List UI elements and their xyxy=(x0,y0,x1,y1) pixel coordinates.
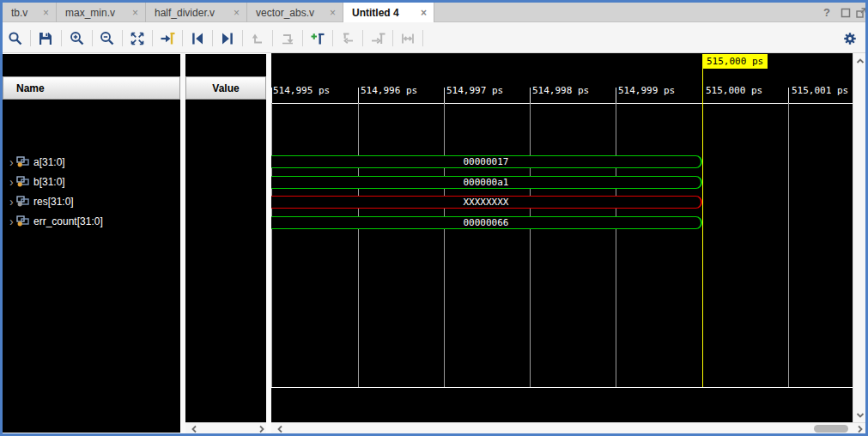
panel-splitter[interactable] xyxy=(180,53,185,433)
scroll-right-icon[interactable] xyxy=(854,423,865,434)
toolbar-separator xyxy=(152,30,153,46)
expand-chevron-icon[interactable]: › xyxy=(3,176,15,188)
close-icon[interactable]: × xyxy=(323,7,343,19)
zoom-out-button[interactable] xyxy=(97,28,118,49)
time-tick-label: 514,998 ps xyxy=(532,85,589,96)
time-cursor-line[interactable] xyxy=(702,69,703,387)
bus-value: 00000066 xyxy=(464,217,509,228)
next-marker-button xyxy=(367,28,388,49)
bus-signal-icon xyxy=(16,176,29,187)
tab-max-min-v[interactable]: max_min.v × xyxy=(57,3,146,22)
time-tick xyxy=(358,88,359,103)
help-icon[interactable]: ? xyxy=(823,6,830,19)
settings-gear-button[interactable] xyxy=(840,28,860,49)
waveform-canvas[interactable]: 514,995 ps 514,996 ps 514,997 ps 514,998… xyxy=(271,53,853,422)
scroll-left-icon[interactable] xyxy=(274,423,285,434)
wave-bus-a: 00000017 xyxy=(271,155,702,168)
close-icon[interactable]: × xyxy=(36,7,56,19)
time-gridline xyxy=(271,103,272,387)
signal-row-res[interactable]: › res[31:0] xyxy=(3,191,180,211)
scroll-up-icon[interactable] xyxy=(854,55,865,66)
bus-value: XXXXXXXX xyxy=(464,197,509,208)
previous-transition-button[interactable] xyxy=(187,28,208,49)
toolbar-separator xyxy=(182,30,183,46)
find-button[interactable] xyxy=(5,28,26,49)
add-marker-button[interactable] xyxy=(307,28,328,49)
time-gridline xyxy=(530,103,531,387)
signal-row-b[interactable]: › b[31:0] xyxy=(3,172,180,191)
tab-vector-abs-v[interactable]: vector_abs.v × xyxy=(247,3,343,22)
go-to-cursor-icon xyxy=(159,30,176,47)
scroll-right-icon[interactable] xyxy=(256,423,267,434)
scroll-down-icon[interactable] xyxy=(854,409,865,421)
time-tick-label: 514,999 ps xyxy=(618,85,675,96)
time-tick-label: 514,995 ps xyxy=(273,85,330,96)
next-transition-button[interactable] xyxy=(217,28,238,49)
save-icon xyxy=(37,30,54,47)
go-to-cursor-button[interactable] xyxy=(157,28,178,49)
tab-untitled-4[interactable]: Untitled 4 × xyxy=(343,3,434,22)
next-transition-icon xyxy=(219,30,236,47)
expand-chevron-icon[interactable]: › xyxy=(3,215,15,227)
toolbar-separator xyxy=(92,30,93,46)
bus-value: 00000017 xyxy=(464,156,509,167)
swap-cursor-button xyxy=(247,28,268,49)
find-icon xyxy=(7,30,24,47)
wave-window-body: › a[31:0] › b[31:0] › res[31:0] › err_co… xyxy=(3,53,865,433)
scroll-left-icon[interactable] xyxy=(188,423,199,434)
move-cursor-icon xyxy=(279,30,296,47)
waveform-viewer-window: tb.v × max_min.v × half_divider.v × vect… xyxy=(0,0,868,436)
time-gridline xyxy=(444,103,445,387)
time-tick xyxy=(271,88,272,103)
bus-value: 000000a1 xyxy=(464,177,509,188)
time-tick-label: 514,996 ps xyxy=(361,85,417,96)
wave-bus-err-count: 00000066 xyxy=(271,216,702,229)
close-icon[interactable]: × xyxy=(125,7,145,19)
zoom-fit-button[interactable] xyxy=(127,28,148,49)
value-panel-hscrollbar[interactable] xyxy=(185,422,266,433)
signal-row-err-count[interactable]: › err_count[31:0] xyxy=(3,211,180,231)
maximize-icon[interactable] xyxy=(841,6,851,19)
wave-bus-b: 000000a1 xyxy=(271,176,702,189)
hscroll-thumb[interactable] xyxy=(814,425,848,433)
tab-label: max_min.v xyxy=(57,7,115,19)
waveform-hscrollbar[interactable] xyxy=(271,422,865,433)
signal-value-panel: 00000017 000000a1 XXXXXXXX 00000067 xyxy=(185,54,266,422)
time-tick-label: 515,000 ps xyxy=(706,85,762,96)
tab-half-divider-v[interactable]: half_divider.v × xyxy=(146,3,247,22)
zoom-in-button[interactable] xyxy=(67,28,88,49)
signal-name: err_count[31:0] xyxy=(33,215,103,227)
zoom-in-icon xyxy=(69,30,86,47)
cursor-time-flag: 515,000 ps xyxy=(702,54,768,69)
next-marker-icon xyxy=(369,30,386,47)
signal-name: b[31:0] xyxy=(33,176,65,188)
tab-tb-v[interactable]: tb.v × xyxy=(3,3,57,22)
waveform-toolbar xyxy=(3,22,865,53)
tab-label: Untitled 4 xyxy=(343,7,399,19)
signal-row-a[interactable]: › a[31:0] xyxy=(3,152,180,172)
zoom-out-icon xyxy=(99,30,116,47)
gear-icon xyxy=(842,31,858,46)
vertical-scrollbar[interactable] xyxy=(853,53,865,422)
move-cursor-button xyxy=(277,28,298,49)
previous-marker-button xyxy=(337,28,358,49)
expand-chevron-icon[interactable]: › xyxy=(3,156,15,168)
editor-tab-bar: tb.v × max_min.v × half_divider.v × vect… xyxy=(3,3,865,22)
time-gridline xyxy=(788,103,789,387)
float-window-icon[interactable] xyxy=(856,6,866,19)
close-icon[interactable]: × xyxy=(227,7,246,19)
close-icon[interactable]: × xyxy=(414,7,434,19)
expand-chevron-icon[interactable]: › xyxy=(3,196,15,208)
wave-bus-res: XXXXXXXX xyxy=(271,196,702,209)
signal-name: res[31:0] xyxy=(33,196,74,208)
save-waveform-button[interactable] xyxy=(35,28,56,49)
toolbar-separator xyxy=(30,30,31,46)
time-tick xyxy=(530,88,531,103)
bus-signal-icon xyxy=(16,156,29,167)
previous-marker-icon xyxy=(339,30,356,47)
time-tick-label: 514,997 ps xyxy=(446,85,503,96)
add-marker-icon xyxy=(309,30,326,47)
tab-label: half_divider.v xyxy=(146,7,215,19)
swap-cursor-icon xyxy=(249,30,266,47)
time-gridline xyxy=(616,103,616,387)
